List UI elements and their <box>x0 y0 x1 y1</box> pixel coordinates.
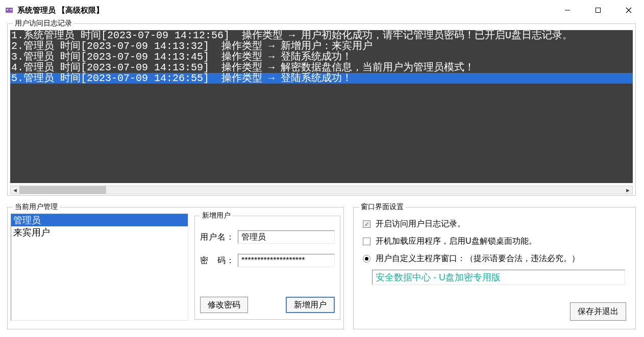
password-label: 密 码： <box>200 255 238 266</box>
log-listbox[interactable]: 1.系统管理员 时间[2023-07-09 14:12:56] 操作类型 → 用… <box>10 30 633 183</box>
scroll-thumb[interactable] <box>19 186 106 194</box>
minimize-button[interactable] <box>552 0 583 20</box>
user-list-item[interactable]: 来宾用户 <box>11 226 188 239</box>
titlebar: 系统管理员 【高级权限】 <box>0 0 644 20</box>
scroll-track[interactable] <box>19 186 624 194</box>
add-user-title: 新增用户 <box>200 211 233 220</box>
checkbox-autostart[interactable]: 开机加载应用程序，启用U盘解锁桌面功能。 <box>363 236 537 247</box>
radio-custom-title[interactable]: 用户自定义主程序窗口：（提示语要合法，违法必究。） <box>363 253 580 264</box>
change-password-button[interactable]: 修改密码 <box>200 297 248 313</box>
window-controls <box>552 0 644 20</box>
checkbox-label: 开启访问用户日志记录。 <box>376 219 465 229</box>
window-title: 系统管理员 【高级权限】 <box>17 6 104 15</box>
scroll-left-icon[interactable]: ◄ <box>11 186 19 194</box>
save-exit-button[interactable]: 保存并退出 <box>570 302 626 321</box>
settings-title: 窗口界面设置 <box>359 202 406 212</box>
close-button[interactable] <box>613 0 644 20</box>
maximize-button[interactable] <box>583 0 613 20</box>
checkbox-enable-log[interactable]: ✓ 开启访问用户日志记录。 <box>363 219 465 229</box>
username-row: 用户名： <box>200 230 335 244</box>
svg-rect-4 <box>596 8 601 13</box>
user-listbox[interactable]: 管理员来宾用户 <box>11 214 188 321</box>
log-line[interactable]: 2.管理员 时间[2023-07-09 14:13:32] 操作类型 → 新增用… <box>10 41 633 51</box>
checkbox-icon: ✓ <box>363 220 370 228</box>
checkbox-icon <box>363 238 370 245</box>
log-hscrollbar[interactable]: ◄ ► <box>10 186 633 194</box>
scroll-right-icon[interactable]: ► <box>624 186 632 194</box>
svg-rect-2 <box>10 9 12 10</box>
user-list-item[interactable]: 管理员 <box>11 214 188 226</box>
username-input[interactable] <box>238 230 335 244</box>
radio-icon <box>363 255 370 263</box>
log-line[interactable]: 4.管理员 时间[2023-07-09 14:13:59] 操作类型 → 解密数… <box>10 62 633 73</box>
radio-label: 用户自定义主程序窗口：（提示语要合法，违法必究。） <box>376 253 580 264</box>
password-row: 密 码： <box>200 254 335 267</box>
log-group-title: 用户访问日志记录 <box>13 19 74 28</box>
username-label: 用户名： <box>200 232 238 243</box>
app-icon <box>4 5 14 15</box>
password-input[interactable] <box>238 254 335 267</box>
log-line[interactable]: 5.管理员 时间[2023-07-09 14:26:55] 操作类型 → 登陆系… <box>10 73 633 84</box>
svg-rect-1 <box>7 9 8 10</box>
log-line[interactable]: 3.管理员 时间[2023-07-09 14:13:45] 操作类型 → 登陆系… <box>10 51 633 62</box>
log-group: 用户访问日志记录 1.系统管理员 时间[2023-07-09 14:12:56]… <box>7 23 636 196</box>
checkbox-label: 开机加载应用程序，启用U盘解锁桌面功能。 <box>376 236 537 247</box>
user-mgmt-group: 当前用户管理 管理员来宾用户 新增用户 用户名： 密 码： 修改密码 新增用户 <box>7 207 344 329</box>
add-user-group: 新增用户 用户名： 密 码： 修改密码 新增用户 <box>194 216 340 320</box>
custom-title-input[interactable] <box>372 270 625 285</box>
log-line[interactable]: 1.系统管理员 时间[2023-07-09 14:12:56] 操作类型 → 用… <box>10 30 633 41</box>
add-user-button[interactable]: 新增用户 <box>286 297 335 313</box>
user-mgmt-title: 当前用户管理 <box>13 202 60 212</box>
settings-group: 窗口界面设置 ✓ 开启访问用户日志记录。 开机加载应用程序，启用U盘解锁桌面功能… <box>353 207 636 329</box>
